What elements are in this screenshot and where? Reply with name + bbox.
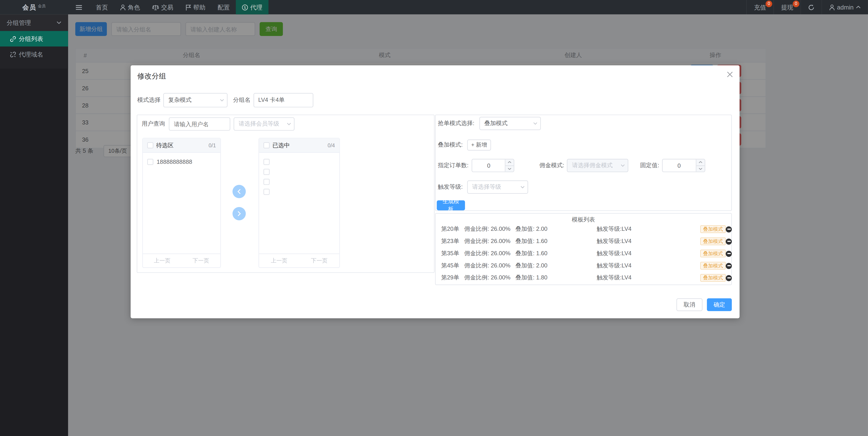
commission-mode-label: 佣金模式: bbox=[539, 161, 564, 169]
move-left-button[interactable] bbox=[232, 185, 246, 198]
order-settings-row: 指定订单数: 0 佣金模式: 请选择佣金模式 固定值: 0 bbox=[438, 159, 705, 172]
select-all-checkbox[interactable] bbox=[264, 142, 270, 149]
template-stack-value: 叠加值: 2.00 bbox=[516, 225, 547, 233]
order-count-stepper[interactable]: 0 bbox=[472, 159, 514, 172]
template-order: 第45单 bbox=[441, 262, 459, 270]
mode-name-row: 模式选择 复杂模式 分组名 bbox=[137, 93, 313, 107]
remove-template-icon[interactable] bbox=[726, 238, 732, 244]
decrement-button[interactable] bbox=[696, 166, 705, 172]
remove-template-icon[interactable] bbox=[726, 263, 732, 269]
item-checkbox[interactable] bbox=[264, 179, 270, 185]
prev-page-button[interactable]: 上一页 bbox=[143, 254, 182, 268]
hamburger-button[interactable] bbox=[68, 5, 90, 10]
decrement-button[interactable] bbox=[506, 166, 514, 172]
mode-select[interactable]: 复杂模式 bbox=[163, 93, 228, 107]
refresh-icon bbox=[808, 4, 814, 10]
withdraw-badge: 0 bbox=[793, 0, 799, 7]
target-panel-title: 已选中 bbox=[273, 142, 325, 149]
user-menu[interactable]: admin bbox=[822, 0, 868, 14]
nav-tab-trade[interactable]: 交易 bbox=[146, 0, 180, 14]
next-page-button[interactable]: 下一页 bbox=[182, 254, 220, 268]
add-new-button[interactable]: + 新增 bbox=[467, 139, 491, 151]
next-page-button[interactable]: 下一页 bbox=[299, 254, 339, 268]
stack-mode-tag: 叠加模式 bbox=[700, 237, 726, 246]
member-level-select[interactable]: 请选择会员等级 bbox=[234, 118, 294, 131]
top-navbar: 会员 会员 首页 角色 交易 帮助 bbox=[0, 0, 868, 14]
remove-template-icon[interactable] bbox=[726, 275, 732, 281]
increment-button[interactable] bbox=[506, 159, 514, 166]
remove-template-icon[interactable] bbox=[726, 226, 732, 232]
list-item[interactable] bbox=[259, 157, 339, 166]
chevron-down-icon bbox=[621, 164, 625, 167]
remove-template-icon[interactable] bbox=[726, 250, 732, 256]
cancel-button[interactable]: 取消 bbox=[677, 299, 703, 311]
sidebar-item-group-list[interactable]: 分组列表 bbox=[0, 31, 68, 46]
item-checkbox[interactable] bbox=[147, 159, 153, 165]
item-checkbox[interactable] bbox=[264, 188, 270, 194]
template-order: 第23单 bbox=[441, 238, 459, 245]
select-all-checkbox[interactable] bbox=[147, 142, 153, 149]
username: admin bbox=[837, 4, 854, 10]
recharge-badge: 0 bbox=[766, 0, 772, 7]
refresh-button[interactable] bbox=[801, 0, 822, 14]
list-item[interactable] bbox=[259, 177, 339, 186]
stepper-arrows bbox=[505, 159, 514, 172]
nav-tab-roles[interactable]: 角色 bbox=[114, 0, 146, 14]
sidebar-submenu: 分组列表 代理域名 bbox=[0, 31, 68, 68]
nav-tab-agent[interactable]: $ 代理 bbox=[236, 0, 268, 14]
template-stack-value: 叠加值: 2.00 bbox=[516, 262, 547, 270]
close-icon[interactable] bbox=[726, 70, 734, 79]
template-commission: 佣金比例: 26.00% bbox=[464, 262, 510, 270]
scales-icon bbox=[152, 4, 159, 10]
stepper-arrows bbox=[696, 159, 705, 172]
username-input[interactable] bbox=[169, 118, 230, 131]
nav-tab-help[interactable]: 帮助 bbox=[180, 0, 212, 14]
recharge-button[interactable]: 充值 0 bbox=[746, 0, 773, 14]
transfer-target-panel: 已选中 0/4 上一页 下一页 bbox=[258, 138, 340, 268]
template-commission: 佣金比例: 26.00% bbox=[464, 274, 510, 282]
item-checkbox[interactable] bbox=[264, 168, 270, 175]
template-stack-value: 叠加值: 1.60 bbox=[516, 250, 547, 257]
source-panel-pager: 上一页 下一页 bbox=[143, 253, 220, 267]
generate-template-button[interactable]: 生成模板 bbox=[437, 200, 465, 211]
order-count-label: 指定订单数: bbox=[438, 161, 469, 169]
increment-button[interactable] bbox=[696, 159, 705, 166]
grab-mode-select[interactable]: 叠加模式 bbox=[479, 117, 541, 130]
confirm-button[interactable]: 确定 bbox=[707, 299, 732, 311]
template-row: 第20单 佣金比例: 26.00% 叠加值: 2.00 触发等级:LV4 叠加模… bbox=[436, 223, 732, 235]
dialog-footer: 取消 确定 bbox=[677, 299, 732, 311]
template-trigger-level: 触发等级:LV4 bbox=[597, 238, 631, 245]
chevron-down-icon bbox=[287, 123, 291, 125]
sidebar-item-agent-domain[interactable]: 代理域名 bbox=[0, 46, 68, 62]
stack-mode-label: 叠加模式: bbox=[438, 141, 463, 149]
withdraw-button[interactable]: 提现 0 bbox=[773, 0, 801, 14]
mode-select-label: 模式选择 bbox=[137, 96, 161, 104]
commission-mode-select[interactable]: 请选择佣金模式 bbox=[567, 159, 629, 172]
logo-text: 会员 bbox=[22, 3, 36, 11]
prev-page-button[interactable]: 上一页 bbox=[259, 254, 299, 268]
stack-mode-row: 叠加模式: + 新增 bbox=[438, 139, 491, 151]
list-item[interactable] bbox=[259, 166, 339, 177]
grab-mode-row: 抢单模式选择: 叠加模式 bbox=[438, 117, 541, 130]
fixed-value-stepper[interactable]: 0 bbox=[662, 159, 705, 172]
nav-tab-config[interactable]: 配置 bbox=[212, 0, 236, 14]
template-row: 第29单 佣金比例: 26.00% 叠加值: 1.80 触发等级:LV4 叠加模… bbox=[436, 272, 732, 284]
grab-mode-label: 抢单模式选择: bbox=[438, 120, 474, 127]
dialog-title: 修改分组 bbox=[137, 71, 166, 82]
template-row: 第45单 佣金比例: 26.00% 叠加值: 2.00 触发等级:LV4 叠加模… bbox=[436, 259, 732, 272]
move-right-button[interactable] bbox=[232, 207, 246, 220]
stack-mode-tag: 叠加模式 bbox=[700, 261, 726, 270]
list-item[interactable]: 18888888888 bbox=[143, 157, 220, 166]
sidebar-group-management[interactable]: 分组管理 bbox=[0, 14, 68, 31]
nav-tab-home[interactable]: 首页 bbox=[90, 0, 114, 14]
stack-mode-tag: 叠加模式 bbox=[700, 249, 726, 257]
source-panel-count: 0/1 bbox=[209, 142, 216, 149]
chevron-down-icon bbox=[220, 99, 224, 102]
list-item[interactable] bbox=[259, 186, 339, 196]
trigger-level-select[interactable]: 请选择等级 bbox=[467, 181, 528, 194]
group-name-field[interactable] bbox=[253, 93, 313, 107]
dollar-circle-icon: $ bbox=[242, 4, 248, 10]
template-commission: 佣金比例: 26.00% bbox=[464, 250, 510, 257]
template-row: 第23单 佣金比例: 26.00% 叠加值: 1.60 触发等级:LV4 叠加模… bbox=[436, 235, 732, 248]
item-checkbox[interactable] bbox=[264, 159, 270, 165]
